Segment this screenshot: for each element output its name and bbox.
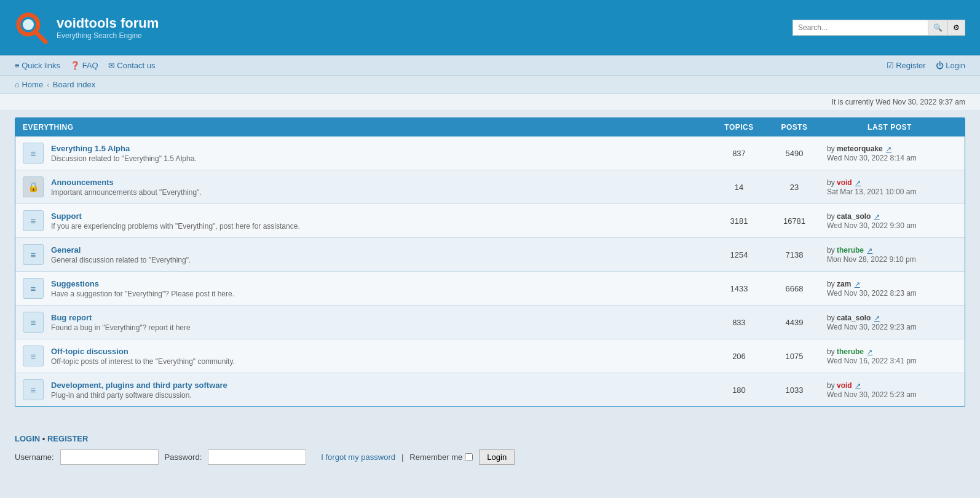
forum-icon: ≡	[23, 346, 44, 366]
forum-topics-count: 3181	[711, 216, 767, 226]
password-input[interactable]	[208, 449, 306, 465]
forum-posts-count: 23	[767, 183, 822, 192]
forum-lastpost: by zam ↗ Wed Nov 30, 2022 8:23 am	[822, 280, 957, 298]
forum-lastpost: by void ↗ Sat Mar 13, 2021 10:00 am	[822, 178, 957, 196]
lastpost-date: Wed Nov 30, 2022 8:23 am	[827, 289, 957, 298]
col-posts-header: POSTS	[767, 123, 822, 132]
login-form: Username: Password: I forgot my password…	[15, 449, 965, 465]
lastpost-date: Wed Nov 30, 2022 9:30 am	[827, 221, 957, 230]
forum-name-link[interactable]: Everything 1.5 Alpha	[51, 144, 130, 153]
lastpost-author-link[interactable]: cata_solo	[837, 314, 871, 322]
site-subtitle: Everything Search Engine	[57, 31, 159, 40]
svg-line-1	[35, 31, 45, 42]
login-section: LOGIN • REGISTER Username: Password: I f…	[0, 424, 980, 475]
forum-row: ≡ Support If you are experiencing proble…	[15, 204, 965, 238]
forum-topics-count: 1254	[711, 250, 767, 259]
forum-name-link[interactable]: Off-topic discussion	[51, 347, 128, 356]
forum-icon: ≡	[23, 244, 44, 265]
search-button[interactable]: 🔍	[928, 20, 947, 36]
lastpost-author-link[interactable]: void	[837, 178, 852, 187]
login-title-link[interactable]: LOGIN	[15, 434, 40, 443]
forum-description: Important announcements about "Everythin…	[51, 188, 202, 197]
forum-name-link[interactable]: Development, plugins and third party sof…	[51, 381, 227, 390]
login-link[interactable]: ⏻ Login	[936, 61, 965, 70]
forum-name-link[interactable]: Suggestions	[51, 279, 99, 288]
forum-table-header: EVERYTHING TOPICS POSTS LAST POST	[15, 118, 965, 136]
lastpost-author-link[interactable]: therube	[837, 347, 864, 356]
forum-name-link[interactable]: Announcements	[51, 178, 114, 187]
lastpost-goto-link[interactable]: ↗	[867, 348, 872, 355]
col-lastpost-header: LAST POST	[822, 123, 957, 132]
forum-name-link[interactable]: General	[51, 245, 81, 255]
forum-description: Discussion related to "Everything" 1.5 A…	[51, 154, 197, 163]
lastpost-date: Wed Nov 16, 2022 3:41 pm	[827, 357, 957, 365]
forum-description: Have a suggestion for "Everything"? Plea…	[51, 290, 234, 298]
lastpost-author-link[interactable]: zam	[837, 280, 851, 288]
forum-description: Found a bug in "Everything"? report it h…	[51, 323, 191, 332]
forum-name-link[interactable]: Support	[51, 211, 82, 221]
forum-cell-main: 🔒 Announcements Important announcements …	[23, 176, 711, 197]
col-section-title: EVERYTHING	[23, 123, 711, 132]
breadcrumb-bar: ⌂ Home ‹ Board index	[0, 76, 980, 94]
login-section-title: LOGIN • REGISTER	[15, 434, 965, 443]
lastpost-goto-link[interactable]: ↗	[855, 179, 861, 186]
remember-me-container: Remember me	[409, 453, 473, 462]
forum-topics-count: 180	[711, 385, 767, 395]
forum-cell-main: ≡ Development, plugins and third party s…	[23, 379, 711, 400]
site-header: voidtools forum Everything Search Engine…	[0, 0, 980, 55]
forum-topics-count: 14	[711, 183, 767, 192]
forum-lastpost: by meteorquake ↗ Wed Nov 30, 2022 8:14 a…	[822, 144, 957, 162]
forum-row: ≡ General General discussion related to …	[15, 238, 965, 272]
faq-link[interactable]: ❓ FAQ	[70, 61, 98, 70]
username-input[interactable]	[60, 449, 159, 465]
forum-posts-count: 16781	[767, 216, 822, 226]
forum-row: ≡ Suggestions Have a suggestion for "Eve…	[15, 272, 965, 306]
forum-icon: ≡	[23, 143, 44, 164]
lastpost-author-link[interactable]: void	[837, 381, 852, 390]
forum-posts-count: 4439	[767, 318, 822, 327]
forum-cell-main: ≡ General General discussion related to …	[23, 244, 711, 265]
forgot-password-link[interactable]: I forgot my password	[321, 453, 395, 462]
register-link[interactable]: ☑ Register	[887, 61, 926, 70]
lastpost-author-link[interactable]: meteorquake	[837, 144, 883, 153]
forum-lastpost: by therube ↗ Wed Nov 16, 2022 3:41 pm	[822, 347, 957, 365]
navbar-left: ≡ Quick links ❓ FAQ ✉ Contact us	[15, 61, 156, 70]
lastpost-goto-link[interactable]: ↗	[867, 247, 872, 254]
forum-description: If you are experiencing problems with "E…	[51, 222, 300, 231]
lastpost-goto-link[interactable]: ↗	[855, 280, 860, 288]
forum-description: Plug-in and third party software discuss…	[51, 391, 227, 400]
lastpost-goto-link[interactable]: ↗	[855, 382, 861, 389]
register-title-link[interactable]: REGISTER	[47, 434, 88, 443]
col-topics-header: TOPICS	[711, 123, 767, 132]
locked-icon: 🔒	[23, 176, 44, 197]
breadcrumb-board-index[interactable]: Board index	[53, 80, 95, 89]
lastpost-author-link[interactable]: therube	[837, 246, 864, 255]
lastpost-goto-link[interactable]: ↗	[874, 213, 880, 220]
advanced-search-button[interactable]: ⚙	[947, 20, 965, 36]
remember-me-checkbox[interactable]	[465, 453, 473, 461]
main-content: EVERYTHING TOPICS POSTS LAST POST ≡ Ever…	[0, 110, 980, 424]
lastpost-author-link[interactable]: cata_solo	[837, 212, 871, 221]
lastpost-date: Mon Nov 28, 2022 9:10 pm	[827, 255, 957, 264]
forum-icon: ≡	[23, 379, 44, 400]
mail-icon: ✉	[108, 61, 115, 70]
lastpost-goto-link[interactable]: ↗	[874, 314, 880, 322]
breadcrumb-home[interactable]: ⌂ Home	[15, 80, 43, 89]
hamburger-icon: ≡	[15, 61, 20, 70]
forum-row: ≡ Development, plugins and third party s…	[15, 373, 965, 406]
forum-info: Announcements Important announcements ab…	[51, 178, 202, 197]
forum-topics-count: 1433	[711, 284, 767, 293]
current-time: It is currently Wed Nov 30, 2022 9:37 am	[0, 94, 980, 110]
forum-topics-count: 833	[711, 318, 767, 327]
forum-cell-main: ≡ Off-topic discussion Off-topic posts o…	[23, 346, 711, 366]
quicklinks-link[interactable]: ≡ Quick links	[15, 61, 60, 70]
forum-info: Everything 1.5 Alpha Discussion related …	[51, 144, 197, 163]
login-button[interactable]: Login	[479, 449, 515, 465]
contact-link[interactable]: ✉ Contact us	[108, 61, 156, 70]
lastpost-goto-link[interactable]: ↗	[886, 145, 891, 152]
forum-posts-count: 7138	[767, 250, 822, 259]
search-input[interactable]	[792, 20, 928, 36]
forum-name-link[interactable]: Bug report	[51, 313, 92, 322]
breadcrumb: ⌂ Home ‹ Board index	[15, 80, 95, 89]
lastpost-date: Sat Mar 13, 2021 10:00 am	[827, 188, 957, 196]
